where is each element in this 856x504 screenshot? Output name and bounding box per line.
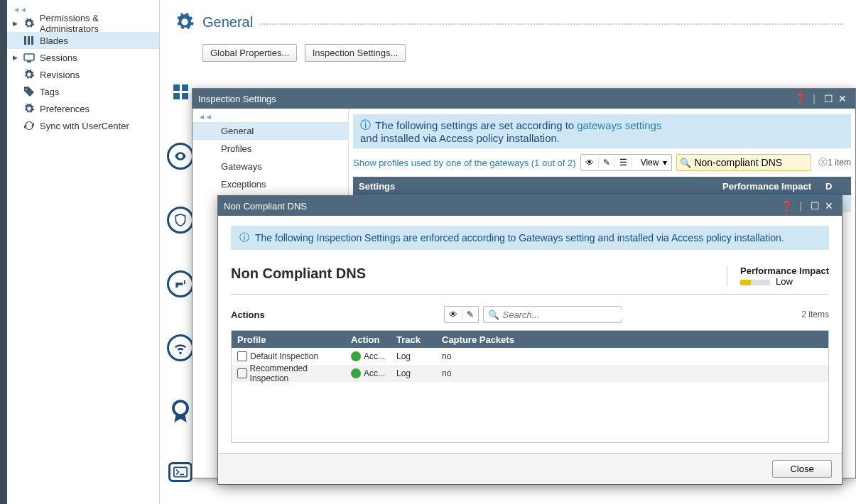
svg-point-9 — [173, 401, 188, 415]
ribbon-icon[interactable] — [167, 398, 194, 425]
actions-label: Actions — [231, 309, 265, 320]
grid-icon[interactable] — [173, 84, 189, 100]
col-profile: Profile — [232, 334, 345, 345]
cell-track: Log — [391, 368, 436, 378]
insp-nav-general[interactable]: General — [193, 122, 348, 140]
col-capture: Capture Packets — [436, 334, 828, 345]
view-controls: 👁 ✎ ☰ View ▾ — [580, 154, 673, 171]
sidebar-item-preferences[interactable]: Preferences — [7, 100, 159, 117]
dns-heading: Non Compliant DNS — [231, 265, 727, 282]
col-d: D — [825, 181, 851, 192]
main-header: General Global Properties... Inspection … — [160, 0, 856, 69]
info-text-suffix: and installed via Access policy installa… — [360, 132, 560, 144]
page-title-row: General — [174, 11, 842, 33]
sidebar-label: Revisions — [40, 70, 80, 80]
perf-bar — [740, 280, 770, 285]
page-title: General — [202, 14, 253, 31]
tag-icon — [23, 85, 36, 98]
profile-icon — [237, 351, 247, 361]
svg-rect-5 — [173, 84, 180, 91]
col-performance: Performance Impact — [722, 181, 825, 192]
terminal-icon[interactable] — [168, 462, 193, 482]
actions-view-controls: 👁 ✎ — [444, 306, 479, 323]
col-track: Track — [391, 334, 436, 345]
dns-content: ⓘ The following Inspection Settings are … — [218, 216, 842, 453]
gear-icon — [23, 102, 36, 115]
inspection-titlebar[interactable]: Inspection Settings ❓ | ☐ ✕ — [193, 89, 855, 109]
gateways-settings-link[interactable]: gateways settings — [577, 119, 661, 131]
table-row[interactable]: Recommended Inspection Acc... Log no — [232, 365, 828, 382]
insp-nav-profiles[interactable]: Profiles — [193, 140, 348, 158]
inspection-info-strip: ⓘ The following settings are set accordi… — [353, 114, 851, 148]
global-properties-button[interactable]: Global Properties... — [202, 44, 297, 62]
dns-footer: Close — [218, 453, 842, 484]
sidebar-label: Tags — [40, 87, 59, 97]
left-stripe — [0, 0, 7, 504]
main-toolbar: Global Properties... Inspection Settings… — [202, 44, 842, 62]
cell-action: Acc... — [364, 368, 385, 378]
insp-nav-exceptions[interactable]: Exceptions — [193, 175, 348, 193]
sidebar-item-revisions[interactable]: Revisions — [7, 66, 159, 83]
eye-circle-icon[interactable] — [167, 143, 194, 170]
accept-icon — [351, 351, 361, 361]
view-dropdown[interactable]: View ▾ — [632, 158, 672, 168]
svg-rect-1 — [28, 36, 30, 45]
table-row[interactable]: Default Inspection Acc... Log no — [232, 348, 828, 365]
svg-rect-7 — [173, 93, 180, 99]
inspection-search[interactable]: 🔍 ⓧ — [676, 154, 811, 171]
inspection-settings-button[interactable]: Inspection Settings... — [305, 44, 406, 62]
sidebar-item-permissions[interactable]: ▶ Permissions & Administrators — [7, 15, 159, 32]
sidebar-label: Permissions & Administrators — [40, 13, 159, 34]
svg-rect-3 — [24, 54, 34, 60]
actions-row: Actions 👁 ✎ 🔍 2 items — [231, 306, 829, 323]
perf-value: Low — [776, 276, 793, 287]
svg-rect-0 — [24, 36, 26, 45]
close-icon[interactable]: ✕ — [835, 93, 850, 104]
pane-title-text: Inspection Settings — [198, 94, 276, 104]
category-icon-column — [166, 82, 195, 504]
sidebar-item-blades[interactable]: Blades — [7, 32, 159, 49]
close-icon[interactable]: ✕ — [822, 200, 836, 212]
sidebar-item-sync[interactable]: Sync with UserCenter — [7, 117, 159, 134]
dns-info-strip: ⓘ The following Inspection Settings are … — [231, 226, 829, 250]
accept-icon — [351, 368, 361, 378]
sidebar-item-sessions[interactable]: ▶ Sessions — [7, 49, 159, 66]
sidebar-item-tags[interactable]: Tags — [7, 83, 159, 100]
search-input[interactable] — [694, 157, 818, 168]
dns-search-input[interactable] — [502, 309, 622, 320]
faucet-circle-icon[interactable] — [167, 270, 194, 297]
maximize-icon[interactable]: ☐ — [821, 93, 835, 104]
info-icon: ⓘ — [360, 119, 371, 132]
dns-search[interactable]: 🔍 — [483, 306, 622, 323]
insp-nav-gateways[interactable]: Gateways — [193, 158, 348, 175]
help-icon[interactable]: ❓ — [793, 93, 807, 104]
expand-arrow-icon: ▶ — [13, 20, 23, 27]
svg-rect-6 — [182, 84, 188, 91]
eye-icon[interactable]: 👁 — [581, 158, 599, 168]
perf-label: Performance Impact — [740, 265, 829, 276]
side-collapse[interactable]: ◄◄ — [193, 111, 348, 122]
profile-icon — [237, 368, 247, 378]
svg-rect-8 — [182, 93, 188, 99]
help-icon[interactable]: ❓ — [779, 200, 793, 212]
blades-icon — [23, 34, 36, 47]
wifi-circle-icon[interactable] — [167, 334, 194, 361]
non-compliant-dns-dialog: Non Compliant DNS ❓ | ☐ ✕ ⓘ The followin… — [217, 195, 843, 485]
close-button[interactable]: Close — [772, 460, 832, 478]
pencil-icon[interactable]: ✎ — [599, 158, 615, 168]
item-count: 1 item — [828, 158, 851, 168]
info-text-prefix: The following settings are set according… — [375, 119, 574, 131]
show-profiles-link[interactable]: Show profiles used by one of the gateway… — [353, 158, 576, 168]
col-settings: Settings — [353, 181, 722, 192]
maximize-icon[interactable]: ☐ — [808, 200, 822, 212]
dns-titlebar[interactable]: Non Compliant DNS ❓ | ☐ ✕ — [218, 196, 842, 216]
shield-circle-icon[interactable] — [167, 207, 194, 234]
clear-search-icon[interactable]: ⓧ — [818, 156, 828, 169]
sessions-icon — [23, 51, 36, 64]
pencil-icon[interactable]: ✎ — [462, 309, 478, 319]
col-action: Action — [345, 334, 391, 345]
eye-icon[interactable]: 👁 — [445, 309, 462, 319]
gear-icon — [23, 68, 36, 81]
cell-capture: no — [436, 351, 828, 361]
menu-icon[interactable]: ☰ — [615, 158, 632, 168]
